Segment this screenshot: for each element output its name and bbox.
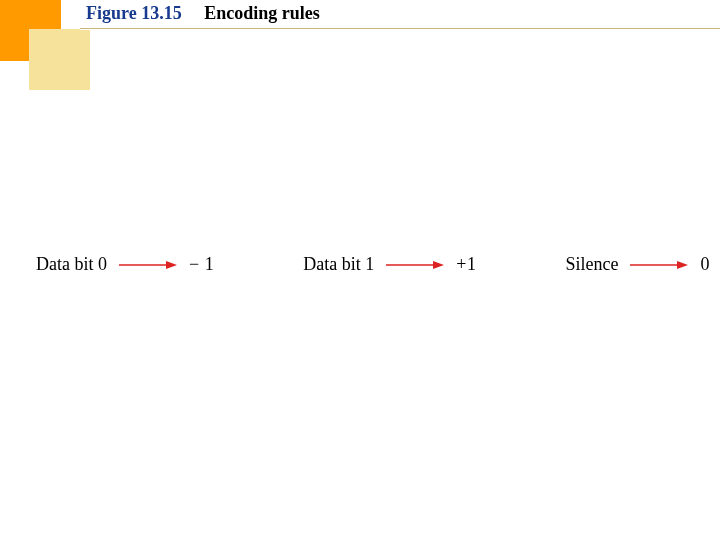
rule-value: +1 [456,254,476,275]
rule-item: Data bit 0 − 1 [36,254,214,275]
rule-item: Data bit 1 +1 [303,254,476,275]
arrow-icon [119,260,177,270]
svg-marker-1 [166,261,177,269]
rule-item: Silence 0 [566,254,710,275]
rule-label: Data bit 0 [36,254,107,275]
rule-value: 0 [700,254,710,275]
svg-marker-5 [677,261,688,269]
arrow-icon [386,260,444,270]
rule-label: Data bit 1 [303,254,374,275]
rule-value: − 1 [189,254,214,275]
figure-label: Figure 13.15 [86,3,182,23]
rule-label: Silence [566,254,619,275]
svg-marker-3 [433,261,444,269]
encoding-rules-row: Data bit 0 − 1 Data bit 1 +1 Silence [36,254,710,275]
figure-heading: Figure 13.15 Encoding rules [86,3,320,24]
heading-underline [80,28,720,30]
corner-square-tan [29,29,90,90]
arrow-icon [630,260,688,270]
slide: Figure 13.15 Encoding rules Data bit 0 −… [0,0,720,540]
figure-title: Encoding rules [204,3,320,23]
